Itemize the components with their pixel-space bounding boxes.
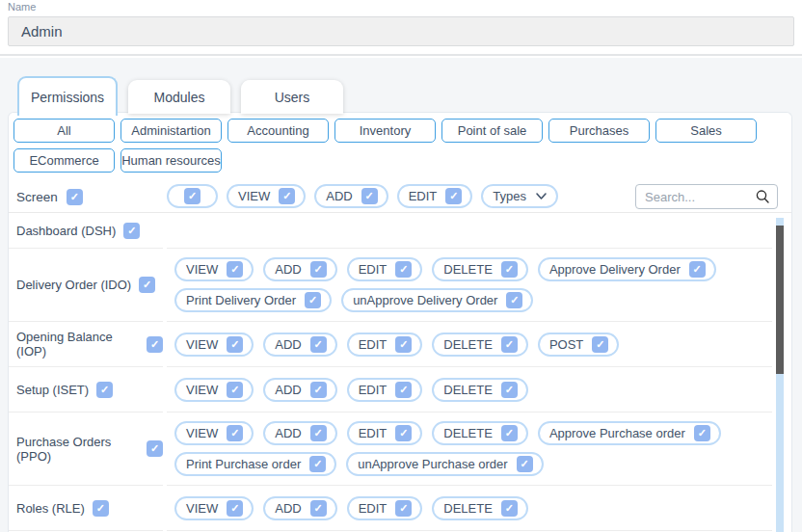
checkbox-checked-icon[interactable]: ✓: [395, 261, 412, 278]
permission-pill-unapprove-delivery-order[interactable]: unApprove Delivery Order✓: [341, 288, 533, 312]
permission-pill-view[interactable]: VIEW✓: [174, 378, 254, 402]
bulk-add-label: ADD: [326, 189, 352, 203]
filter-all[interactable]: All: [13, 119, 115, 143]
permission-pill-add[interactable]: ADD✓: [263, 257, 336, 281]
filter-accounting[interactable]: Accounting: [227, 119, 329, 143]
role-name-input[interactable]: Admin: [8, 16, 794, 46]
table-row: Opening Balance (IOP)✓VIEW✓ADD✓EDIT✓DELE…: [9, 322, 772, 367]
permission-pill-print-purchase-order[interactable]: Print Purchase order✓: [174, 452, 336, 476]
permission-pill-print-delivery-order[interactable]: Print Delivery Order✓: [174, 288, 332, 312]
checkbox-checked-icon[interactable]: ✓: [501, 382, 518, 398]
permission-pill-view[interactable]: VIEW✓: [174, 496, 254, 520]
permission-pills-cell: [167, 213, 772, 249]
permission-pill-label: ADD: [275, 501, 301, 516]
name-field-label: Name: [8, 1, 36, 13]
checkbox-checked-icon[interactable]: ✓: [501, 500, 518, 517]
permission-pill-label: Print Delivery Order: [186, 293, 296, 307]
scrollbar-thumb[interactable]: [776, 226, 784, 374]
permission-pill-add[interactable]: ADD✓: [263, 332, 336, 357]
permission-pill-label: EDIT: [359, 426, 388, 440]
filter-point-of-sale[interactable]: Point of sale: [441, 119, 543, 143]
permission-pill-view[interactable]: VIEW✓: [174, 257, 254, 281]
checkbox-checked-icon[interactable]: ✓: [227, 261, 243, 278]
checkbox-checked-icon[interactable]: ✓: [147, 440, 163, 457]
checkbox-checked-icon[interactable]: ✓: [147, 336, 163, 353]
checkbox-checked-icon[interactable]: ✓: [395, 382, 412, 398]
checkbox-checked-icon[interactable]: ✓: [501, 336, 518, 353]
checkbox-checked-icon[interactable]: ✓: [139, 277, 155, 293]
checkbox-checked-icon[interactable]: ✓: [395, 500, 412, 517]
permission-pill-edit[interactable]: EDIT✓: [347, 257, 423, 281]
permission-pill-approve-purchase-order[interactable]: Approve Purchase order✓: [538, 421, 721, 445]
filter-human-resources[interactable]: Human resources: [120, 148, 222, 173]
checkbox-checked-icon[interactable]: ✓: [694, 425, 710, 441]
checkbox-checked-icon[interactable]: ✓: [96, 382, 113, 398]
tab-users[interactable]: Users: [241, 80, 343, 114]
checkbox-checked-icon[interactable]: ✓: [501, 261, 518, 278]
checkbox-checked-icon[interactable]: ✓: [517, 456, 533, 472]
checkbox-checked-icon[interactable]: ✓: [184, 188, 200, 204]
checkbox-checked-icon[interactable]: ✓: [93, 500, 109, 517]
permission-pill-post[interactable]: POST✓: [538, 332, 619, 357]
bulk-view-pill[interactable]: VIEW ✓: [227, 184, 306, 208]
permission-pill-label: DELETE: [443, 262, 493, 277]
checkbox-checked-icon[interactable]: ✓: [592, 336, 608, 353]
types-dropdown[interactable]: Types: [481, 184, 558, 208]
search-input[interactable]: [645, 190, 755, 204]
tab-permissions[interactable]: Permissions: [17, 76, 118, 116]
scrollbar-track[interactable]: [776, 218, 784, 532]
checkbox-checked-icon[interactable]: ✓: [361, 188, 378, 204]
filter-purchases[interactable]: Purchases: [548, 119, 650, 143]
permission-pills-cell: VIEW✓ADD✓EDIT✓DELETE✓: [167, 367, 772, 412]
checkbox-checked-icon[interactable]: ✓: [310, 261, 327, 278]
filter-administartion[interactable]: Administartion: [120, 119, 222, 143]
filter-ecommerce[interactable]: ECommerce: [13, 148, 115, 173]
roles-permissions-screen: Name Admin PermissionsModulesUsers AllAd…: [0, 0, 802, 532]
permission-pill-edit[interactable]: EDIT✓: [347, 421, 423, 445]
permission-pill-view[interactable]: VIEW✓: [174, 332, 254, 357]
checkbox-checked-icon[interactable]: ✓: [227, 336, 243, 353]
permission-pill-edit[interactable]: EDIT✓: [347, 378, 423, 402]
permission-pill-label: unApprove Purchase order: [358, 457, 507, 471]
permission-pill-label: VIEW: [186, 383, 218, 397]
permission-pill-add[interactable]: ADD✓: [263, 421, 336, 445]
checkbox-checked-icon[interactable]: ✓: [506, 292, 522, 308]
permission-pill-add[interactable]: ADD✓: [263, 496, 336, 520]
permission-pill-approve-delivery-order[interactable]: Approve Delivery Order✓: [538, 257, 716, 281]
permission-pill-add[interactable]: ADD✓: [263, 378, 336, 402]
filter-sales[interactable]: Sales: [655, 119, 757, 143]
checkbox-checked-icon[interactable]: ✓: [395, 425, 412, 441]
permission-pill-edit[interactable]: EDIT✓: [347, 332, 423, 357]
permission-pill-delete[interactable]: DELETE✓: [432, 496, 528, 520]
bulk-add-pill[interactable]: ADD ✓: [314, 184, 388, 208]
tab-modules[interactable]: Modules: [128, 80, 230, 114]
checkbox-checked-icon[interactable]: ✓: [395, 336, 412, 353]
checkbox-checked-icon[interactable]: ✓: [689, 261, 706, 278]
select-all-screens-checkbox[interactable]: ✓: [67, 189, 83, 205]
checkbox-checked-icon[interactable]: ✓: [305, 292, 321, 308]
permission-pill-delete[interactable]: DELETE✓: [432, 257, 528, 281]
permission-pill-edit[interactable]: EDIT✓: [347, 496, 423, 520]
checkbox-checked-icon[interactable]: ✓: [123, 223, 140, 239]
filter-inventory[interactable]: Inventory: [334, 119, 436, 143]
checkbox-checked-icon[interactable]: ✓: [310, 336, 327, 353]
checkbox-checked-icon[interactable]: ✓: [279, 188, 295, 204]
permission-pill-delete[interactable]: DELETE✓: [432, 378, 528, 402]
checkbox-checked-icon[interactable]: ✓: [227, 425, 243, 441]
checkbox-checked-icon[interactable]: ✓: [310, 425, 327, 441]
permission-pill-delete[interactable]: DELETE✓: [432, 332, 528, 357]
permission-pill-label: Approve Delivery Order: [549, 262, 681, 277]
checkbox-checked-icon[interactable]: ✓: [501, 425, 518, 441]
permission-pill-delete[interactable]: DELETE✓: [432, 421, 528, 445]
permission-pills-cell: VIEW✓ADD✓EDIT✓DELETE✓Approve Purchase or…: [167, 412, 772, 486]
checkbox-checked-icon[interactable]: ✓: [310, 382, 327, 398]
checkbox-checked-icon[interactable]: ✓: [227, 500, 243, 517]
bulk-edit-pill[interactable]: EDIT ✓: [397, 184, 473, 208]
select-all-pill[interactable]: ✓: [167, 184, 218, 208]
checkbox-checked-icon[interactable]: ✓: [227, 382, 243, 398]
permission-pill-view[interactable]: VIEW✓: [174, 421, 254, 445]
checkbox-checked-icon[interactable]: ✓: [310, 500, 327, 517]
checkbox-checked-icon[interactable]: ✓: [309, 456, 326, 472]
permission-pill-unapprove-purchase-order[interactable]: unApprove Purchase order✓: [346, 452, 543, 476]
checkbox-checked-icon[interactable]: ✓: [445, 188, 462, 204]
